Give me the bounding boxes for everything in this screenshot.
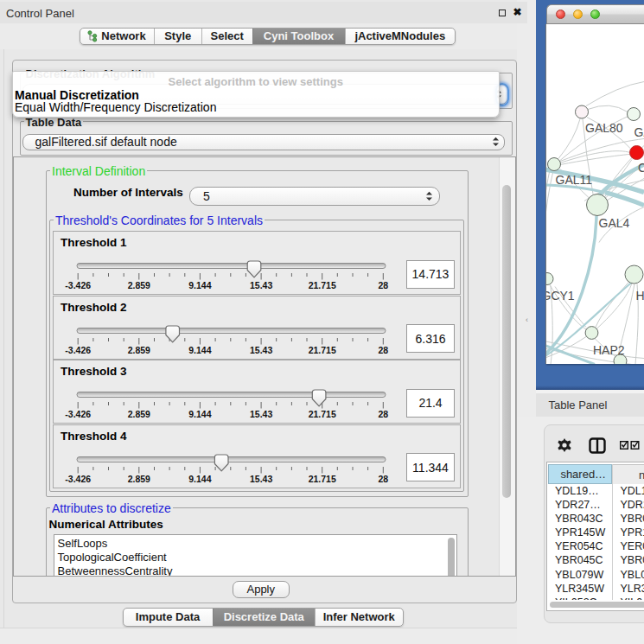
svg-text:HAP2: HAP2: [593, 342, 625, 356]
svg-text:21.715: 21.715: [309, 473, 336, 483]
svg-text:2.859: 2.859: [128, 473, 150, 483]
svg-text:-3.426: -3.426: [65, 344, 91, 354]
svg-text:2.859: 2.859: [128, 280, 150, 290]
svg-text:15.43: 15.43: [250, 473, 272, 483]
svg-text:-3.426: -3.426: [65, 409, 91, 419]
svg-text:9.144: 9.144: [188, 344, 211, 354]
svg-text:2.859: 2.859: [128, 409, 150, 419]
svg-text:GAL4: GAL4: [599, 216, 630, 230]
svg-text:HIS: HIS: [636, 288, 644, 302]
svg-text:2.859: 2.859: [128, 344, 150, 354]
svg-text:CAL: CAL: [638, 161, 644, 175]
svg-text:28: 28: [378, 473, 388, 483]
svg-text:-3.426: -3.426: [65, 473, 91, 483]
svg-text:-3.426: -3.426: [65, 280, 91, 290]
svg-text:9.144: 9.144: [188, 409, 211, 419]
svg-text:28: 28: [378, 344, 388, 354]
svg-text:21.715: 21.715: [309, 409, 336, 419]
svg-text:GAL80: GAL80: [585, 121, 623, 135]
svg-text:9.144: 9.144: [188, 473, 211, 483]
svg-text:21.715: 21.715: [309, 280, 336, 290]
svg-text:GAL11: GAL11: [556, 172, 593, 186]
svg-text:9.144: 9.144: [188, 280, 211, 290]
svg-text:GAL2: GAL2: [634, 124, 644, 138]
svg-text:28: 28: [378, 280, 388, 290]
svg-text:28: 28: [378, 409, 388, 419]
svg-text:15.43: 15.43: [250, 344, 272, 354]
svg-text:GCY1: GCY1: [546, 288, 575, 302]
svg-text:21.715: 21.715: [309, 344, 336, 354]
svg-text:15.43: 15.43: [250, 280, 272, 290]
svg-text:15.43: 15.43: [250, 409, 272, 419]
